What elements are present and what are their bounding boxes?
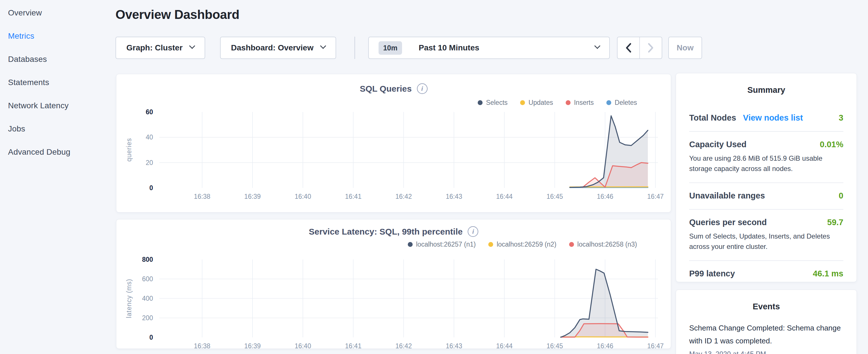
- event-timestamp: May 13, 2020 at 4:45 PM: [689, 350, 843, 354]
- legend-item: Selects: [478, 99, 507, 106]
- legend-label: localhost:26259 (n2): [497, 240, 556, 248]
- sql-queries-chart[interactable]: 16:3816:3916:4016:4116:4216:4316:4416:45…: [132, 108, 672, 202]
- chart-title: Service Latency: SQL, 99th percentile: [309, 227, 463, 236]
- legend-dot-icon: [408, 242, 413, 247]
- legend-item: localhost:26258 (n3): [569, 240, 637, 248]
- qps-label: Queries per second: [689, 218, 767, 227]
- svg-text:16:41: 16:41: [345, 193, 362, 200]
- svg-text:16:43: 16:43: [445, 342, 462, 350]
- event-message[interactable]: Schema Change Completed: Schema change w…: [689, 322, 843, 347]
- chevron-down-icon: [320, 43, 326, 49]
- legend-dot-icon: [520, 100, 525, 105]
- sidebar-item-databases[interactable]: Databases: [0, 47, 110, 71]
- divider: [354, 37, 355, 59]
- svg-text:200: 200: [142, 314, 153, 322]
- service-latency-chart[interactable]: 16:3816:3916:4016:4116:4216:4316:4416:45…: [132, 256, 672, 351]
- svg-text:16:47: 16:47: [647, 193, 664, 200]
- prev-time-button[interactable]: [618, 37, 639, 58]
- dashboard-dropdown-label: Dashboard: Overview: [231, 43, 313, 53]
- graph-dropdown[interactable]: Graph: Cluster: [116, 37, 205, 59]
- capacity-description: You are using 28.6 MiB of 515.9 GiB usab…: [689, 153, 843, 174]
- sql-queries-card: SQL Queries i SelectsUpdatesInsertsDelet…: [116, 74, 671, 213]
- view-nodes-list-link[interactable]: View nodes list: [743, 113, 803, 123]
- svg-text:0: 0: [149, 334, 153, 341]
- time-range-dropdown[interactable]: 10m Past 10 Minutes: [368, 37, 610, 59]
- p99-latency-value: 46.1 ms: [813, 269, 843, 279]
- legend-label: localhost:26258 (n3): [578, 240, 637, 248]
- svg-text:0: 0: [149, 184, 153, 192]
- total-nodes-label: Total Nodes: [689, 113, 736, 123]
- chevron-left-icon: [625, 42, 632, 54]
- sidebar-item-advanced-debug[interactable]: Advanced Debug: [0, 140, 110, 164]
- sidebar-item-jobs[interactable]: Jobs: [0, 117, 110, 140]
- capacity-label: Capacity Used: [689, 140, 746, 149]
- summary-row-qps: Queries per second 59.7: [689, 218, 843, 227]
- events-list: Schema Change Completed: Schema change w…: [689, 322, 843, 354]
- svg-text:16:39: 16:39: [244, 193, 261, 200]
- legend-label: Inserts: [574, 99, 594, 106]
- summary-row-capacity: Capacity Used 0.01%: [689, 140, 843, 149]
- capacity-value: 0.01%: [820, 140, 843, 149]
- svg-text:16:39: 16:39: [244, 342, 261, 350]
- legend-label: Deletes: [615, 99, 637, 106]
- info-icon[interactable]: i: [468, 226, 478, 237]
- page-title: Overview Dashboard: [116, 7, 239, 22]
- legend-item: Inserts: [566, 99, 594, 106]
- controls-bar: Graph: Cluster Dashboard: Overview 10m P…: [116, 37, 702, 59]
- events-panel: Events Schema Change Completed: Schema c…: [676, 290, 857, 354]
- divider: [689, 209, 843, 210]
- legend-dot-icon: [569, 242, 574, 247]
- dashboard-dropdown[interactable]: Dashboard: Overview: [220, 37, 336, 59]
- svg-text:16:45: 16:45: [547, 342, 563, 350]
- now-button[interactable]: Now: [668, 37, 702, 59]
- qps-value: 59.7: [827, 218, 843, 227]
- divider: [689, 260, 843, 261]
- svg-text:16:44: 16:44: [496, 342, 513, 350]
- y-axis-label: queries: [125, 138, 133, 162]
- summary-title: Summary: [689, 85, 843, 95]
- summary-row-p99: P99 latency 46.1 ms: [689, 269, 843, 279]
- y-axis-label: latency (ms): [125, 279, 133, 318]
- next-time-button[interactable]: [639, 37, 662, 58]
- sidebar-item-overview[interactable]: Overview: [0, 1, 110, 24]
- legend-dot-icon: [607, 100, 611, 105]
- time-range-badge: 10m: [378, 41, 402, 55]
- qps-description: Sum of Selects, Updates, Inserts, and De…: [689, 231, 843, 252]
- svg-text:40: 40: [146, 133, 153, 141]
- unavailable-ranges-label: Unavailable ranges: [689, 191, 765, 200]
- svg-text:16:38: 16:38: [194, 342, 211, 350]
- legend-dot-icon: [488, 242, 493, 247]
- svg-text:16:46: 16:46: [597, 193, 614, 200]
- service-latency-card: Service Latency: SQL, 99th percentile i …: [116, 219, 671, 349]
- sidebar-item-metrics[interactable]: Metrics: [0, 24, 110, 47]
- legend-dot-icon: [566, 100, 570, 105]
- svg-text:60: 60: [146, 108, 153, 116]
- summary-row-unavailable: Unavailable ranges 0: [689, 191, 843, 200]
- sidebar-item-network-latency[interactable]: Network Latency: [0, 94, 110, 117]
- legend-item: Deletes: [607, 99, 637, 106]
- legend-label: Selects: [486, 99, 507, 106]
- chart-legend: SelectsUpdatesInsertsDeletes: [478, 99, 637, 106]
- graph-dropdown-label: Graph: Cluster: [126, 43, 183, 53]
- svg-text:16:42: 16:42: [396, 193, 412, 200]
- time-range-label: Past 10 Minutes: [419, 43, 588, 53]
- summary-row-total-nodes: Total Nodes View nodes list 3: [689, 113, 843, 123]
- svg-text:600: 600: [142, 275, 153, 283]
- summary-panel: Summary Total Nodes View nodes list 3 Ca…: [676, 73, 857, 282]
- svg-text:400: 400: [142, 295, 153, 302]
- svg-text:16:45: 16:45: [547, 193, 563, 200]
- svg-text:16:46: 16:46: [597, 342, 614, 350]
- svg-text:16:38: 16:38: [194, 193, 211, 200]
- legend-label: localhost:26257 (n1): [416, 240, 476, 248]
- svg-text:16:40: 16:40: [294, 193, 311, 200]
- info-icon[interactable]: i: [417, 83, 428, 94]
- time-step-buttons: [617, 37, 662, 59]
- svg-text:16:42: 16:42: [396, 342, 412, 350]
- unavailable-ranges-value: 0: [839, 191, 843, 200]
- events-title: Events: [689, 302, 843, 311]
- svg-text:800: 800: [142, 256, 153, 263]
- svg-text:16:47: 16:47: [647, 342, 664, 350]
- sidebar-item-statements[interactable]: Statements: [0, 71, 110, 94]
- sidebar: OverviewMetricsDatabasesStatementsNetwor…: [0, 0, 110, 354]
- legend-dot-icon: [478, 100, 483, 105]
